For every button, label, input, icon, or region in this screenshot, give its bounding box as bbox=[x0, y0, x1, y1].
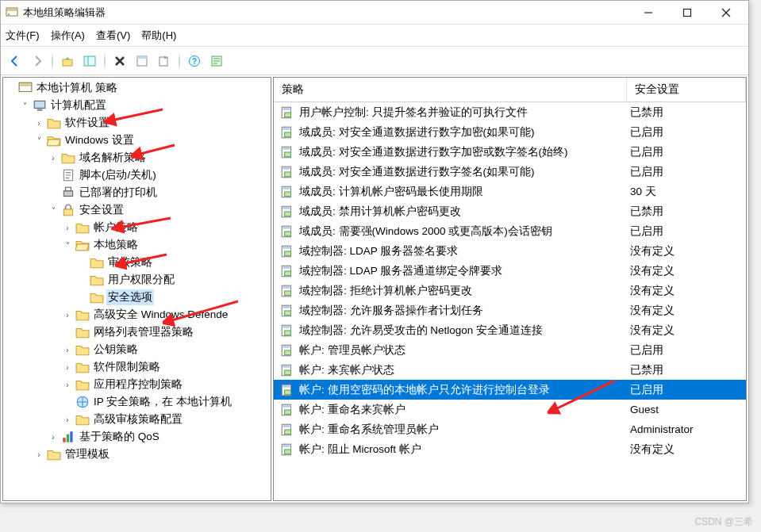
help-button[interactable]: ? bbox=[185, 52, 204, 71]
column-headers[interactable]: 策略 安全设置 bbox=[274, 78, 746, 102]
back-button[interactable] bbox=[6, 52, 25, 71]
collapse-icon[interactable]: ˅ bbox=[48, 206, 59, 215]
tree-network-list[interactable]: 网络列表管理器策略 bbox=[62, 323, 269, 341]
export-list-button[interactable] bbox=[155, 52, 174, 71]
tree-qos[interactable]: ›基于策略的 QoS bbox=[48, 428, 269, 446]
policy-value: 已禁用 bbox=[627, 363, 746, 377]
policy-row[interactable]: 域成员: 对安全通道数据进行数字加密或数字签名(始终)已启用 bbox=[274, 142, 746, 162]
policy-row[interactable]: 域控制器: LDAP 服务器签名要求没有定义 bbox=[274, 241, 746, 261]
minimize-button[interactable] bbox=[630, 2, 666, 24]
policy-item-icon bbox=[280, 383, 294, 397]
tree-windows-settings[interactable]: ˅Windows 设置 bbox=[33, 132, 269, 149]
svg-rect-59 bbox=[285, 291, 291, 296]
policy-name: 域控制器: LDAP 服务器通道绑定令牌要求 bbox=[299, 264, 627, 278]
policy-row[interactable]: 域控制器: LDAP 服务器通道绑定令牌要求没有定义 bbox=[274, 261, 746, 281]
svg-rect-40 bbox=[282, 167, 290, 169]
tree-local-policies[interactable]: ˅本地策略 bbox=[62, 236, 269, 254]
maximize-button[interactable] bbox=[669, 2, 705, 24]
policy-row[interactable]: 帐户: 重命名系统管理员帐户Administrator bbox=[274, 419, 746, 439]
expand-icon[interactable]: › bbox=[62, 311, 73, 320]
expand-icon[interactable]: › bbox=[62, 415, 73, 424]
expand-icon[interactable]: › bbox=[62, 224, 73, 232]
tree-security-settings[interactable]: ˅安全设置 bbox=[48, 201, 269, 219]
close-button[interactable] bbox=[708, 2, 744, 24]
tree-ipsec[interactable]: IP 安全策略，在 本地计算机 bbox=[62, 393, 269, 411]
policy-value: Administrator bbox=[627, 423, 746, 435]
policy-value: 没有定义 bbox=[627, 442, 746, 457]
separator-icon bbox=[104, 52, 106, 71]
menu-help[interactable]: 帮助(H) bbox=[141, 29, 176, 43]
collapse-icon[interactable]: ˅ bbox=[33, 136, 44, 145]
policy-value: 已启用 bbox=[627, 165, 746, 179]
expand-icon[interactable]: › bbox=[33, 450, 44, 459]
policy-row[interactable]: 帐户: 来宾帐户状态已禁用 bbox=[274, 360, 746, 380]
tree-root[interactable]: 本地计算机 策略 bbox=[5, 79, 269, 97]
policy-row[interactable]: 域成员: 对安全通道数据进行数字加密(如果可能)已启用 bbox=[274, 122, 746, 142]
forward-button[interactable] bbox=[28, 52, 47, 71]
policy-row[interactable]: 域成员: 计算机帐户密码最长使用期限30 天 bbox=[274, 182, 746, 201]
menu-file[interactable]: 文件(F) bbox=[6, 29, 40, 43]
policy-name: 用户帐户控制: 只提升签名并验证的可执行文件 bbox=[299, 105, 627, 120]
tree-app-control[interactable]: ›应用程序控制策略 bbox=[62, 376, 269, 393]
folder-icon bbox=[75, 412, 90, 427]
policy-row[interactable]: 域成员: 对安全通道数据进行数字签名(如果可能)已启用 bbox=[274, 162, 746, 182]
expand-icon[interactable]: › bbox=[62, 363, 73, 372]
column-policy[interactable]: 策略 bbox=[274, 78, 627, 101]
tree-software-settings[interactable]: ›软件设置 bbox=[33, 114, 269, 132]
properties-button[interactable] bbox=[133, 52, 152, 71]
tree-user-rights[interactable]: 用户权限分配 bbox=[76, 271, 269, 289]
policy-row[interactable]: 帐户: 阻止 Microsoft 帐户没有定义 bbox=[274, 439, 746, 459]
policy-row[interactable]: 域控制器: 允许易受攻击的 Netlogon 安全通道连接没有定义 bbox=[274, 320, 746, 340]
folder-icon bbox=[90, 255, 104, 270]
expand-icon[interactable]: › bbox=[48, 154, 59, 163]
tree-dns-policy[interactable]: ›域名解析策略 bbox=[48, 149, 269, 166]
expand-icon[interactable]: › bbox=[33, 119, 44, 128]
printer-icon bbox=[61, 186, 75, 200]
policy-row[interactable]: 域控制器: 允许服务器操作者计划任务没有定义 bbox=[274, 300, 746, 320]
policy-row[interactable]: 域控制器: 拒绝计算机帐户密码更改没有定义 bbox=[274, 281, 746, 300]
menu-action[interactable]: 操作(A) bbox=[51, 29, 85, 43]
policy-list[interactable]: 用户帐户控制: 只提升签名并验证的可执行文件已禁用域成员: 对安全通道数据进行数… bbox=[274, 102, 746, 500]
svg-rect-21 bbox=[37, 109, 43, 111]
svg-rect-7 bbox=[63, 59, 72, 66]
expand-icon[interactable]: › bbox=[48, 433, 59, 442]
folder-icon bbox=[75, 308, 90, 322]
tree-computer-config[interactable]: ˅计算机配置 bbox=[19, 97, 269, 114]
tree-security-options[interactable]: 安全选项 bbox=[76, 289, 269, 306]
tree-account-policies[interactable]: ›帐户策略 bbox=[62, 219, 269, 236]
delete-button[interactable] bbox=[110, 52, 129, 71]
collapse-icon[interactable]: ˅ bbox=[62, 241, 73, 250]
tree-pki[interactable]: ›公钥策略 bbox=[62, 341, 269, 358]
policy-row[interactable]: 帐户: 管理员帐户状态已启用 bbox=[274, 340, 746, 360]
console-tree[interactable]: 本地计算机 策略 ˅计算机配置 ›软件设置 ˅Windows 设置 ›域名解析策… bbox=[2, 77, 271, 501]
policy-item-icon bbox=[280, 244, 294, 258]
policy-row[interactable]: 域成员: 需要强(Windows 2000 或更高版本)会话密钥已启用 bbox=[274, 221, 746, 241]
svg-rect-44 bbox=[285, 192, 291, 197]
tree-adv-audit[interactable]: ›高级审核策略配置 bbox=[62, 411, 269, 428]
filter-button[interactable] bbox=[207, 52, 226, 71]
tree-scripts[interactable]: 脚本(启动/关机) bbox=[48, 166, 269, 184]
up-button[interactable] bbox=[58, 52, 77, 71]
policy-row[interactable]: 用户帐户控制: 只提升签名并验证的可执行文件已禁用 bbox=[274, 102, 746, 122]
tree-admin-templates[interactable]: ›管理模板 bbox=[33, 446, 269, 463]
tree-software-restriction[interactable]: ›软件限制策略 bbox=[62, 358, 269, 376]
menu-view[interactable]: 查看(V) bbox=[96, 29, 130, 43]
tree-audit-policy[interactable]: 审核策略 bbox=[76, 254, 269, 271]
expand-icon[interactable]: › bbox=[62, 346, 73, 354]
collapse-icon[interactable]: ˅ bbox=[19, 101, 30, 110]
window-title: 本地组策略编辑器 bbox=[23, 6, 630, 20]
policy-row[interactable]: 帐户: 重命名来宾帐户Guest bbox=[274, 400, 746, 419]
policy-row[interactable]: 域成员: 禁用计算机帐户密码更改已禁用 bbox=[274, 201, 746, 221]
expand-icon[interactable]: › bbox=[62, 381, 73, 389]
svg-rect-67 bbox=[282, 346, 290, 347]
tree-win-defender[interactable]: ›高级安全 Windows Defende bbox=[62, 306, 269, 323]
svg-rect-24 bbox=[66, 187, 71, 191]
policy-name: 帐户: 管理员帐户状态 bbox=[299, 343, 627, 358]
policy-item-icon bbox=[280, 284, 294, 298]
tree-printers[interactable]: 已部署的打印机 bbox=[48, 184, 269, 201]
show-hide-console-tree-button[interactable] bbox=[80, 52, 99, 71]
svg-rect-46 bbox=[282, 207, 290, 209]
separator-icon bbox=[52, 52, 53, 71]
column-security-setting[interactable]: 安全设置 bbox=[627, 78, 746, 101]
policy-row[interactable]: 帐户: 使用空密码的本地帐户只允许进行控制台登录已启用 bbox=[274, 380, 746, 400]
